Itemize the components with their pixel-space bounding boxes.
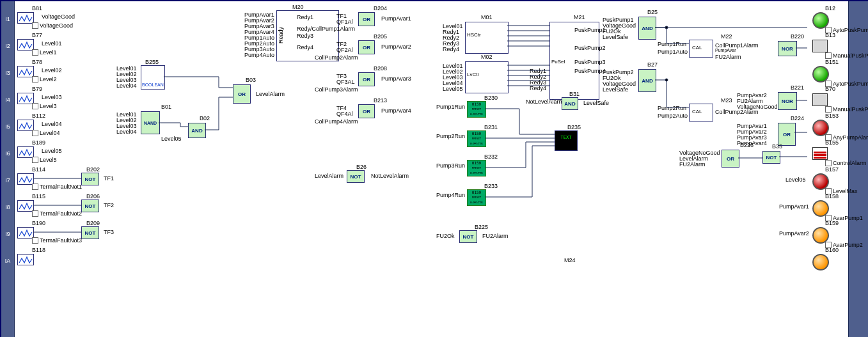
- wires-presets: [1, 1, 868, 337]
- b225-in: FU2Ok: [436, 233, 455, 239]
- not-gate[interactable]: NOT: [459, 230, 477, 243]
- ref-B153: B153: [825, 113, 839, 119]
- ref-B159: B159: [825, 220, 839, 226]
- b225-out: FU2Alarm: [482, 233, 509, 239]
- chk-Q4: ManualPuskPump: [833, 106, 868, 113]
- ref-M24: M24: [564, 257, 576, 263]
- q9-in: PumpAvar2: [779, 230, 809, 237]
- q-Q3: Q3: [834, 68, 842, 75]
- ref-B13: B13: [825, 32, 835, 38]
- ref-B151: B151: [825, 59, 839, 65]
- led-orange-icon: [812, 254, 829, 270]
- q-Q9: Q9: [834, 230, 842, 236]
- q7-in: Level05: [785, 176, 806, 183]
- chk-Q3: AytoPuskPump: [833, 81, 868, 87]
- printer-icon: [812, 40, 828, 52]
- chk-Q6: ControlAlarm: [833, 160, 867, 166]
- q-Q8: Q8: [834, 203, 842, 209]
- q-Q1: Q1: [834, 15, 842, 21]
- ref-B70: B70: [825, 86, 835, 92]
- ref-B155: B155: [825, 139, 839, 146]
- ref-B12: B12: [825, 5, 835, 12]
- chk-Q2: ManualPuskPump: [833, 52, 868, 59]
- ref-B157: B157: [825, 166, 839, 173]
- ref-B225: B225: [475, 224, 488, 230]
- diagram-canvas: I1 B81 VoltageGood VoltageGood I2 B77 Le…: [0, 0, 868, 337]
- checkbox[interactable]: [825, 52, 832, 59]
- q-Q5: Q5: [834, 122, 842, 129]
- checkbox[interactable]: [825, 160, 832, 166]
- q-Q2: Q2: [834, 42, 842, 48]
- q8-in: PumpAvar1: [779, 203, 809, 210]
- q-Q7: Q7: [834, 176, 842, 182]
- alarm-icon: [812, 147, 828, 160]
- checkbox[interactable]: [825, 106, 832, 113]
- ref-B160: B160: [825, 247, 839, 253]
- q-Q6: Q6: [834, 149, 842, 155]
- q-Q4: Q4: [834, 95, 842, 102]
- chk-Q1: AytoPuskPump: [833, 27, 868, 33]
- ref-B158: B158: [825, 193, 839, 200]
- printer-icon: [812, 93, 828, 106]
